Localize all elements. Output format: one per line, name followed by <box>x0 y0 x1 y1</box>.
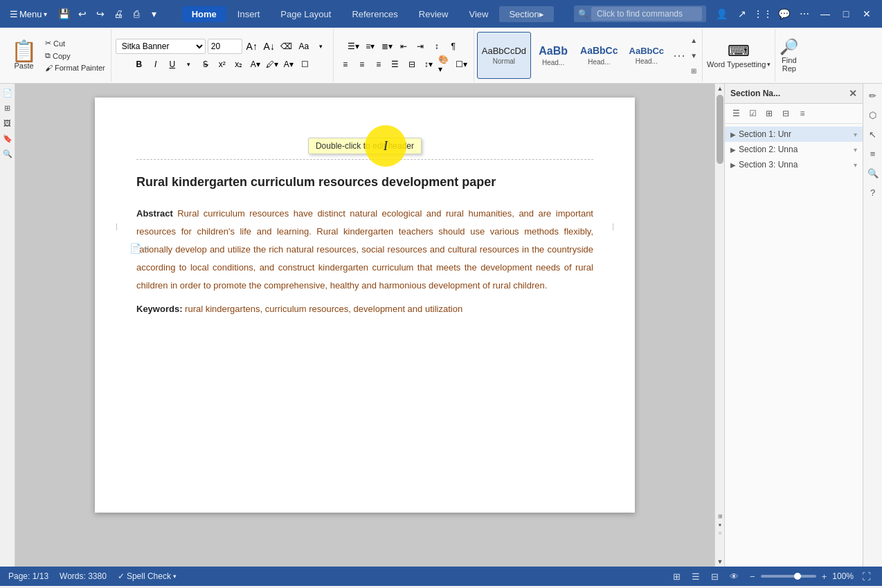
table-icon[interactable]: ⊞ <box>1 102 14 114</box>
italic-button[interactable]: I <box>148 57 163 72</box>
find-replace-button[interactable]: 🔎 Find Rep <box>780 38 798 73</box>
subscript-button[interactable]: x₂ <box>231 57 246 72</box>
tab-insert[interactable]: Insert <box>228 6 270 22</box>
char-border-button[interactable]: ☐ <box>298 57 313 72</box>
font-family-select[interactable]: Sitka Banner <box>116 39 206 54</box>
menu-button[interactable]: ☰ Menu ▾ <box>6 6 51 22</box>
font-size-input[interactable] <box>208 39 242 54</box>
bold-button[interactable]: B <box>132 57 147 72</box>
cut-button[interactable]: ✂ Cut <box>42 37 108 49</box>
panel-tool-5[interactable]: ≡ <box>795 107 809 120</box>
section-item-2[interactable]: ▶ Section 2: Unna ▾ <box>725 142 863 157</box>
scroll-up-button[interactable]: ▲ <box>715 84 725 93</box>
styles-scroll-down[interactable]: ▼ <box>688 48 699 62</box>
underline-arrow[interactable]: ▾ <box>181 57 197 72</box>
highlight-button[interactable]: 🖊▾ <box>264 57 280 72</box>
sidebar-help-icon[interactable]: ? <box>865 185 881 200</box>
style-normal[interactable]: AaBbCcDd Normal <box>477 32 531 79</box>
sidebar-search-icon[interactable]: 🔍 <box>865 165 881 181</box>
page-header[interactable]: I Double-click to edit header <box>136 132 593 160</box>
styles-scroll-up[interactable]: ▲ <box>688 33 699 47</box>
scroll-thumb[interactable] <box>717 95 723 164</box>
panel-close-button[interactable]: ✕ <box>849 88 857 99</box>
style-heading2[interactable]: AaBbCc Head... <box>575 32 622 79</box>
sidebar-shapes-icon[interactable]: ⬡ <box>865 107 881 122</box>
font-case-button[interactable]: Aa <box>296 39 312 54</box>
tab-review[interactable]: Review <box>409 6 458 22</box>
spell-check-status[interactable]: ✓ Spell Check ▾ <box>118 571 177 581</box>
decrease-indent-button[interactable]: ⇤ <box>396 39 411 54</box>
align-left-button[interactable]: ≡ <box>338 57 353 72</box>
sidebar-cursor-icon[interactable]: ↖ <box>865 127 881 142</box>
tab-page-layout[interactable]: Page Layout <box>271 6 341 22</box>
search-input[interactable] <box>591 7 702 21</box>
search-left-icon[interactable]: 🔍 <box>1 147 14 160</box>
section-item-1[interactable]: ▶ Section 1: Unr ▾ <box>725 127 863 142</box>
image-icon[interactable]: 🖼 <box>1 117 14 129</box>
share-button[interactable]: ↗ <box>732 4 752 24</box>
user-icon[interactable]: 👤 <box>712 4 731 24</box>
zoom-out-button[interactable]: − <box>747 570 758 583</box>
zoom-in-button[interactable]: + <box>819 570 830 583</box>
scroll-track[interactable]: ⊞ ● ○ <box>715 93 724 557</box>
char-shading-button[interactable]: A▾ <box>281 57 296 72</box>
section-more-3[interactable]: ▾ <box>854 161 857 169</box>
more-styles-button[interactable]: ⋯ <box>670 46 688 64</box>
maximize-button[interactable]: □ <box>836 4 856 24</box>
tab-section[interactable]: Section▸ <box>499 6 553 22</box>
sort-button[interactable]: ↕ <box>429 39 444 54</box>
section-more-2[interactable]: ▾ <box>854 146 857 154</box>
superscript-button[interactable]: x² <box>215 57 230 72</box>
fullscreen-button[interactable]: ⛶ <box>859 570 874 583</box>
align-center-button[interactable]: ≡ <box>354 57 370 72</box>
underline-button[interactable]: U <box>165 57 180 72</box>
show-marks-button[interactable]: ¶ <box>446 39 461 54</box>
view-web-button[interactable]: ⊟ <box>708 570 721 583</box>
view-options-button[interactable]: ⋮⋮ <box>753 4 773 24</box>
multilevel-list-button[interactable]: ≣▾ <box>379 39 395 54</box>
redo-button[interactable]: ↪ <box>93 6 108 21</box>
section-more-1[interactable]: ▾ <box>854 131 857 138</box>
justify-button[interactable]: ☰ <box>388 57 403 72</box>
copy-button[interactable]: ⧉ Copy <box>42 50 108 62</box>
line-spacing-button[interactable]: ↕▾ <box>421 57 436 72</box>
format-painter-button[interactable]: 🖌 Format Painter <box>42 62 108 73</box>
tab-home[interactable]: Home <box>182 6 226 22</box>
undo-button[interactable]: ↩ <box>75 6 90 21</box>
bookmark-icon[interactable]: 🔖 <box>1 132 14 145</box>
paste-button[interactable]: 📋 Paste <box>6 30 42 80</box>
view-normal-button[interactable]: ⊞ <box>670 570 683 583</box>
tab-references[interactable]: References <box>342 6 407 22</box>
save-button[interactable]: 💾 <box>57 6 72 21</box>
bullets-button[interactable]: ☰▾ <box>346 39 361 54</box>
panel-tool-4[interactable]: ⊟ <box>779 107 793 120</box>
style-heading3[interactable]: AaBbCc Head... <box>624 32 669 79</box>
section-item-3[interactable]: ▶ Section 3: Unna ▾ <box>725 157 863 172</box>
scroll-down-button[interactable]: ▼ <box>715 557 725 567</box>
panel-tool-1[interactable]: ☰ <box>729 107 743 120</box>
word-typesetting-button[interactable]: ⌨ Word Typesetting ▾ <box>707 42 771 68</box>
font-color-arrow[interactable]: A▾ <box>248 57 263 72</box>
align-right-button[interactable]: ≡ <box>371 57 386 72</box>
scroll-control-3[interactable]: ○ <box>717 529 723 536</box>
shading-button[interactable]: 🎨▾ <box>438 57 453 72</box>
view-reading-button[interactable]: ☰ <box>689 570 703 583</box>
scroll-control-1[interactable]: ⊞ <box>717 513 723 520</box>
quick-print-button[interactable]: ⎙ <box>129 6 144 21</box>
scroll-control-2[interactable]: ● <box>717 521 723 528</box>
panel-tool-3[interactable]: ⊞ <box>762 107 776 120</box>
sidebar-settings-icon[interactable]: ≡ <box>865 146 881 161</box>
zoom-slider[interactable] <box>761 575 816 578</box>
increase-indent-button[interactable]: ⇥ <box>413 39 428 54</box>
more-button[interactable]: ▾ <box>147 6 162 21</box>
border-button[interactable]: ☐▾ <box>454 57 469 72</box>
sidebar-pen-icon[interactable]: ✏ <box>865 88 881 103</box>
view-outline-button[interactable]: 👁 <box>727 570 741 583</box>
more-options-button[interactable]: ⋯ <box>795 4 814 24</box>
strikethrough-button[interactable]: S̶ <box>198 57 213 72</box>
close-button[interactable]: ✕ <box>857 4 876 24</box>
decrease-font-button[interactable]: A↓ <box>262 39 277 54</box>
panel-tool-2[interactable]: ☑ <box>746 107 759 120</box>
clear-format-button[interactable]: ⌫ <box>279 39 294 54</box>
numbering-button[interactable]: ≡▾ <box>363 39 378 54</box>
